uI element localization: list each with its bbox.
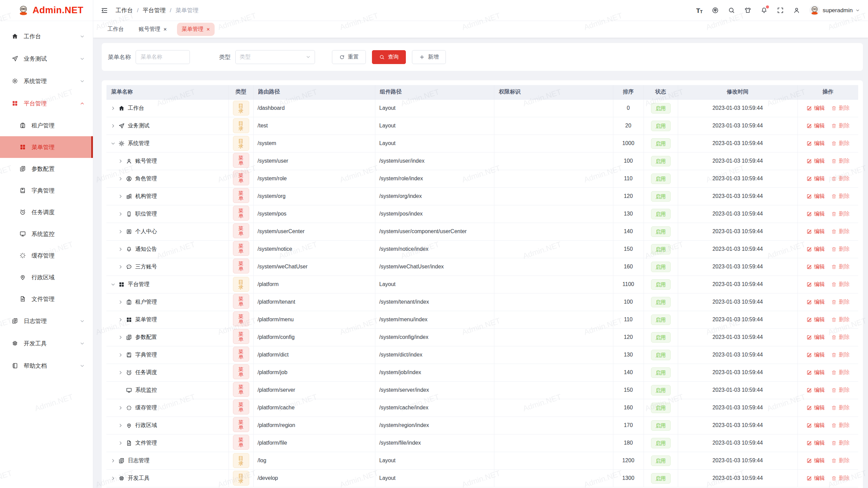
expand-arrow-icon[interactable] <box>118 423 123 428</box>
delete-button[interactable]: 删除 <box>831 387 850 394</box>
sidebar-item-log-mgmt[interactable]: 日志管理 <box>0 310 93 332</box>
sidebar-item-workbench[interactable]: 工作台 <box>0 25 93 47</box>
query-button[interactable]: 查询 <box>372 50 406 64</box>
edit-button[interactable]: 编辑 <box>806 158 825 165</box>
reset-button[interactable]: 重置 <box>332 50 366 64</box>
menu-name-input[interactable] <box>136 50 190 64</box>
expand-arrow-icon[interactable] <box>118 194 123 199</box>
edit-button[interactable]: 编辑 <box>806 140 825 147</box>
sidebar-item-tenant-mgmt[interactable]: 租户管理 <box>0 115 93 136</box>
collapse-arrow-icon[interactable] <box>111 141 116 146</box>
expand-arrow-icon[interactable] <box>111 458 116 463</box>
close-icon[interactable]: × <box>163 26 167 32</box>
delete-button[interactable]: 删除 <box>831 334 850 341</box>
type-select[interactable]: 类型 <box>235 50 315 64</box>
sidebar-item-region-mgmt[interactable]: 行政区域 <box>0 266 93 288</box>
user-menu[interactable]: superadmin <box>809 5 860 16</box>
search-icon[interactable] <box>728 7 735 14</box>
collapse-arrow-icon[interactable] <box>111 282 116 287</box>
delete-button[interactable]: 删除 <box>831 316 850 323</box>
delete-button[interactable]: 删除 <box>831 140 850 147</box>
edit-button[interactable]: 编辑 <box>806 369 825 376</box>
edit-button[interactable]: 编辑 <box>806 404 825 411</box>
sidebar-item-system-mgmt[interactable]: 系统管理 <box>0 70 93 92</box>
font-size-icon[interactable]: TT <box>696 7 703 14</box>
expand-arrow-icon[interactable] <box>111 476 116 481</box>
edit-button[interactable]: 编辑 <box>806 210 825 218</box>
expand-arrow-icon[interactable] <box>118 211 123 217</box>
expand-arrow-icon[interactable] <box>118 159 123 164</box>
expand-arrow-icon[interactable] <box>118 264 123 269</box>
expand-arrow-icon[interactable] <box>118 317 123 322</box>
edit-button[interactable]: 编辑 <box>806 246 825 253</box>
profile-icon[interactable] <box>793 7 800 14</box>
sidebar-item-dev-tools[interactable]: 开发工具 <box>0 332 93 354</box>
edit-button[interactable]: 编辑 <box>806 122 825 129</box>
expand-arrow-icon[interactable] <box>118 247 123 252</box>
sidebar-item-cache-mgmt[interactable]: 缓存管理 <box>0 245 93 266</box>
edit-button[interactable]: 编辑 <box>806 281 825 288</box>
fullscreen-icon[interactable] <box>777 7 784 14</box>
delete-button[interactable]: 删除 <box>831 457 850 464</box>
delete-button[interactable]: 删除 <box>831 175 850 182</box>
expand-arrow-icon[interactable] <box>118 335 123 340</box>
sidebar-item-dict-mgmt[interactable]: 字典管理 <box>0 180 93 201</box>
tab-menu-mgmt[interactable]: 菜单管理× <box>177 23 215 36</box>
sidebar-item-platform-mgmt[interactable]: 平台管理 <box>0 92 93 115</box>
delete-button[interactable]: 删除 <box>831 422 850 429</box>
delete-button[interactable]: 删除 <box>831 404 850 411</box>
expand-arrow-icon[interactable] <box>118 441 123 446</box>
expand-arrow-icon[interactable] <box>111 123 116 128</box>
edit-button[interactable]: 编辑 <box>806 299 825 306</box>
edit-button[interactable]: 编辑 <box>806 175 825 182</box>
add-button[interactable]: 新增 <box>412 50 446 64</box>
edit-button[interactable]: 编辑 <box>806 457 825 464</box>
notification-bell-icon[interactable] <box>761 7 768 14</box>
language-icon[interactable] <box>712 7 719 14</box>
expand-arrow-icon[interactable] <box>118 370 123 375</box>
sidebar-item-business-test[interactable]: 业务测试 <box>0 47 93 70</box>
delete-button[interactable]: 删除 <box>831 351 850 359</box>
edit-button[interactable]: 编辑 <box>806 193 825 200</box>
edit-button[interactable]: 编辑 <box>806 228 825 235</box>
menu-fold-icon[interactable] <box>101 7 108 14</box>
delete-button[interactable]: 删除 <box>831 263 850 270</box>
delete-button[interactable]: 删除 <box>831 122 850 129</box>
delete-button[interactable]: 删除 <box>831 369 850 376</box>
tab-workbench[interactable]: 工作台 <box>103 23 129 36</box>
expand-arrow-icon[interactable] <box>118 176 123 181</box>
delete-button[interactable]: 删除 <box>831 475 850 482</box>
expand-arrow-icon[interactable] <box>111 106 116 111</box>
expand-arrow-icon[interactable] <box>118 229 123 234</box>
sidebar-item-file-mgmt[interactable]: 文件管理 <box>0 288 93 310</box>
edit-button[interactable]: 编辑 <box>806 475 825 482</box>
delete-button[interactable]: 删除 <box>831 158 850 165</box>
theme-icon[interactable] <box>744 7 751 14</box>
edit-button[interactable]: 编辑 <box>806 105 825 112</box>
sidebar-item-param-config[interactable]: 参数配置 <box>0 158 93 180</box>
close-icon[interactable]: × <box>206 26 210 32</box>
tab-account-mgmt[interactable]: 账号管理× <box>134 23 172 36</box>
delete-button[interactable]: 删除 <box>831 281 850 288</box>
delete-button[interactable]: 删除 <box>831 193 850 200</box>
edit-button[interactable]: 编辑 <box>806 263 825 270</box>
edit-button[interactable]: 编辑 <box>806 440 825 447</box>
breadcrumb-item[interactable]: 工作台 <box>116 6 133 14</box>
delete-button[interactable]: 删除 <box>831 246 850 253</box>
edit-button[interactable]: 编辑 <box>806 351 825 359</box>
sidebar-item-system-monitor[interactable]: 系统监控 <box>0 223 93 245</box>
delete-button[interactable]: 删除 <box>831 210 850 218</box>
breadcrumb-item[interactable]: 平台管理 <box>143 6 166 14</box>
delete-button[interactable]: 删除 <box>831 299 850 306</box>
sidebar-item-job-schedule[interactable]: 任务调度 <box>0 201 93 223</box>
delete-button[interactable]: 删除 <box>831 105 850 112</box>
expand-arrow-icon[interactable] <box>118 352 123 358</box>
edit-button[interactable]: 编辑 <box>806 422 825 429</box>
delete-button[interactable]: 删除 <box>831 440 850 447</box>
edit-button[interactable]: 编辑 <box>806 387 825 394</box>
edit-button[interactable]: 编辑 <box>806 316 825 323</box>
expand-arrow-icon[interactable] <box>118 405 123 410</box>
sidebar-item-menu-mgmt[interactable]: 菜单管理 <box>0 136 93 158</box>
sidebar-item-help-docs[interactable]: 帮助文档 <box>0 354 93 377</box>
expand-arrow-icon[interactable] <box>118 300 123 305</box>
